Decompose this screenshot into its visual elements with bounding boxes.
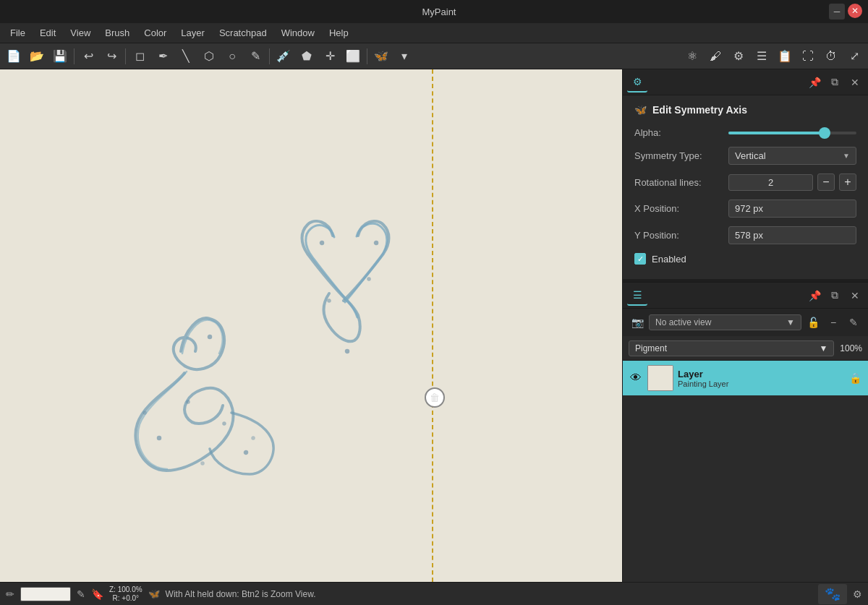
detach-layer-panel-button[interactable]: ⧉ xyxy=(826,287,843,304)
toolbar-separator xyxy=(125,48,126,64)
blend-row: Pigment ▼ 100% xyxy=(623,336,868,361)
close-layer-panel-button[interactable]: ✕ xyxy=(846,287,864,304)
rotational-lines-stepper: 2 − + xyxy=(728,173,856,191)
edit-icon[interactable]: ✎ xyxy=(77,588,85,600)
y-position-label: Y Position: xyxy=(634,230,728,241)
pin-layer-panel-button[interactable]: 📌 xyxy=(806,287,823,304)
app-title: MyPaint xyxy=(49,7,829,17)
tool-eraser[interactable]: ◻ xyxy=(129,46,150,66)
brushes-tool-button[interactable]: 🖌 xyxy=(705,46,726,66)
tool-redo[interactable]: ↪ xyxy=(101,46,122,66)
canvas-area[interactable]: 🗑 xyxy=(0,69,622,582)
fullscreen-tool-button[interactable]: ⛶ xyxy=(797,46,819,66)
menu-item-help[interactable]: Help xyxy=(322,25,356,41)
menubar: FileEditViewBrushColorLayerScratchpadWin… xyxy=(0,23,868,43)
svg-point-4 xyxy=(328,300,330,301)
tool-more-button[interactable]: ▾ xyxy=(393,46,415,66)
blend-mode-select[interactable]: Pigment ▼ xyxy=(629,340,834,356)
x-position-row: X Position: 972 px xyxy=(634,199,856,218)
tool-symmetry[interactable]: 🦋 xyxy=(370,46,392,66)
alpha-slider-container xyxy=(728,132,856,134)
app-logo: 🐾 xyxy=(818,584,847,604)
edit-view-icon[interactable]: ✎ xyxy=(845,314,862,331)
close-button[interactable]: ✕ xyxy=(848,4,862,18)
tool-path[interactable]: ✎ xyxy=(244,46,266,66)
tool-eyedropper[interactable]: 💉 xyxy=(273,46,294,66)
right-panel: ⚙ 📌 ⧉ ✕ 🦋 Edit Symmetry Axis Alpha: xyxy=(622,69,868,582)
scratchpad-tool-button[interactable]: 📋 xyxy=(774,46,796,66)
layer-visibility-icon[interactable]: 👁 xyxy=(629,371,643,385)
expand-tool-button[interactable]: ⤢ xyxy=(843,46,865,66)
tool-flood-fill[interactable]: ⬟ xyxy=(296,46,318,66)
tool-move[interactable]: ✛ xyxy=(319,46,341,66)
alpha-slider-fill xyxy=(728,132,825,134)
x-position-label: X Position: xyxy=(634,203,728,214)
menu-item-view[interactable]: View xyxy=(63,25,98,41)
titlebar: MyPaint ─ ✕ xyxy=(0,0,868,23)
tool-new[interactable]: 📄 xyxy=(3,46,25,66)
nodes-tool-button[interactable]: ⚛ xyxy=(681,46,703,66)
lock-view-icon[interactable]: 🔓 xyxy=(804,314,822,331)
menu-item-layer[interactable]: Layer xyxy=(174,25,212,41)
layers-tab[interactable]: ☰ xyxy=(627,286,647,306)
blend-mode-value: Pigment xyxy=(635,343,667,353)
menu-item-file[interactable]: File xyxy=(3,25,33,41)
detach-panel-button[interactable]: ⧉ xyxy=(826,74,843,91)
tool-open[interactable]: 📂 xyxy=(26,46,48,66)
status-hint: With Alt held down: Btn2 is Zoom View. xyxy=(166,589,812,599)
symmetry-status-icon: 🦋 xyxy=(148,588,160,599)
tool-pen[interactable]: ✒ xyxy=(152,46,174,66)
symmetry-title-text: Edit Symmetry Axis xyxy=(652,104,747,116)
view-select[interactable]: No active view ▼ xyxy=(649,314,801,330)
camera-icon[interactable]: 📷 xyxy=(629,314,646,331)
layer-lock-icon[interactable]: 🔒 xyxy=(848,371,862,385)
symmetry-handle[interactable]: 🗑 xyxy=(425,387,445,408)
decrement-lines-button[interactable]: − xyxy=(817,173,835,191)
layer-panel: ☰ 📌 ⧉ ✕ 📷 No active view ▼ 🔓 − ✎ xyxy=(623,282,868,395)
tool-ellipse[interactable]: ○ xyxy=(221,46,243,66)
remove-view-icon[interactable]: − xyxy=(825,314,842,331)
symmetry-panel-header: ⚙ 📌 ⧉ ✕ xyxy=(623,69,868,95)
enabled-label: Enabled xyxy=(652,254,686,265)
menu-item-window[interactable]: Window xyxy=(274,25,322,41)
bookmark-icon[interactable]: 🔖 xyxy=(91,588,103,600)
brush-icon[interactable]: ✏ xyxy=(6,588,14,600)
tool-save[interactable]: 💾 xyxy=(49,46,71,66)
alpha-slider-track[interactable] xyxy=(728,132,856,134)
symmetry-type-dropdown[interactable]: Vertical ▼ xyxy=(728,147,856,165)
settings-icon[interactable]: ⚙ xyxy=(853,588,862,600)
zoom-value: Z: 100.0% xyxy=(109,585,142,594)
layer-item[interactable]: 👁 Layer Painting Layer 🔒 xyxy=(623,361,868,395)
layer-panel-header: ☰ 📌 ⧉ ✕ xyxy=(623,283,868,309)
svg-point-9 xyxy=(187,401,189,403)
menu-item-scratchpad[interactable]: Scratchpad xyxy=(212,25,274,41)
tool-undo[interactable]: ↩ xyxy=(77,46,99,66)
menu-item-brush[interactable]: Brush xyxy=(98,25,137,41)
symmetry-tab[interactable]: ⚙ xyxy=(627,72,647,93)
increment-lines-button[interactable]: + xyxy=(839,173,856,191)
x-position-input[interactable]: 972 px xyxy=(728,199,856,218)
y-position-input[interactable]: 578 px xyxy=(728,226,856,244)
pin-panel-button[interactable]: 📌 xyxy=(806,74,823,91)
tool-lasso[interactable]: ⬡ xyxy=(198,46,220,66)
color-preview[interactable] xyxy=(20,587,71,601)
menu-tool-button[interactable]: ☰ xyxy=(751,46,773,66)
layer-toolbar: 📷 No active view ▼ 🔓 − ✎ xyxy=(623,309,868,336)
tool-line[interactable]: ╲ xyxy=(175,46,197,66)
enabled-checkbox[interactable]: ✓ xyxy=(634,253,646,265)
enabled-row: ✓ Enabled xyxy=(634,253,856,265)
symmetry-type-value: Vertical xyxy=(735,150,766,161)
tool-transform[interactable]: ⬜ xyxy=(342,46,364,66)
svg-point-8 xyxy=(245,452,247,454)
close-panel-button[interactable]: ✕ xyxy=(846,74,864,91)
svg-point-11 xyxy=(144,412,145,413)
settings-tool-button[interactable]: ⚙ xyxy=(728,46,749,66)
menu-item-edit[interactable]: Edit xyxy=(33,25,63,41)
symmetry-title: 🦋 Edit Symmetry Axis xyxy=(634,104,856,116)
minimize-button[interactable]: ─ xyxy=(829,4,845,20)
timer-tool-button[interactable]: ⏱ xyxy=(820,46,842,66)
rotation-value: R: +0.0° xyxy=(113,594,140,603)
x-position-value: 972 px xyxy=(735,203,763,214)
menu-item-color[interactable]: Color xyxy=(137,25,174,41)
alpha-slider-thumb[interactable] xyxy=(819,127,830,139)
